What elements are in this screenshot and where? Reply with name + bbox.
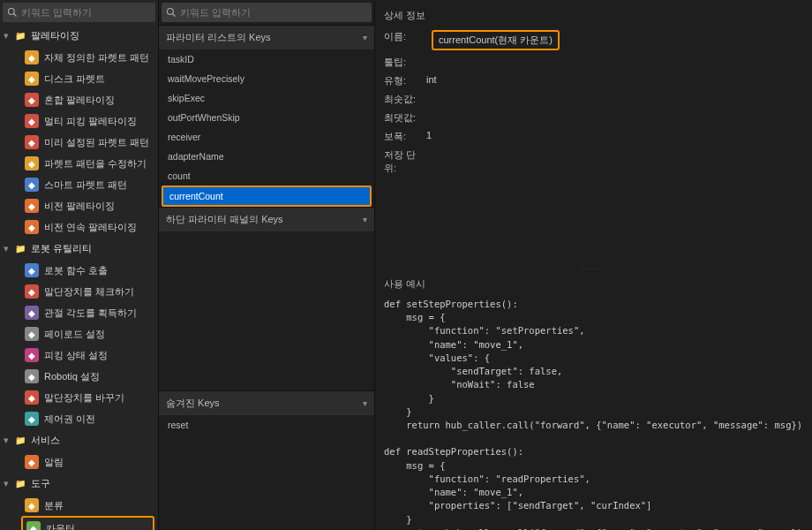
chevron-down-icon: ▾ bbox=[363, 215, 367, 224]
tree-item[interactable]: ◆관절 각도를 획득하기 bbox=[0, 302, 158, 323]
detail-label: 저장 단위: bbox=[384, 148, 426, 175]
item-icon: ◆ bbox=[25, 284, 39, 299]
tree-item[interactable]: ◆비전 팔레타이징 bbox=[0, 195, 158, 216]
tree-item[interactable]: ◆파렛트 패턴을 수정하기 bbox=[0, 153, 158, 174]
item-icon: ◆ bbox=[25, 220, 39, 234]
item-label: 분류 bbox=[44, 499, 64, 512]
key-item[interactable]: outPortWhenSkip bbox=[159, 108, 374, 127]
item-label: 자체 정의한 파렛트 패턴 bbox=[44, 51, 149, 64]
item-label: 말단장치를 바꾸기 bbox=[44, 391, 124, 405]
folder-icon: 📁 bbox=[14, 30, 26, 42]
item-label: 알림 bbox=[44, 456, 64, 469]
tree-item[interactable]: ◆제어권 이전 bbox=[0, 408, 158, 429]
folder-icon: 📁 bbox=[14, 243, 26, 255]
tree-item[interactable]: ◆알림 bbox=[0, 451, 158, 473]
item-label: 스마트 파렛트 패턴 bbox=[44, 178, 127, 192]
tree-item[interactable]: ◆자체 정의한 파렛트 패턴 bbox=[0, 47, 158, 68]
detail-row: 보폭:1 bbox=[375, 127, 812, 146]
search-icon bbox=[166, 7, 177, 18]
tree-item[interactable]: ◆말단장치를 바꾸기 bbox=[0, 387, 158, 408]
item-icon: ◆ bbox=[25, 178, 39, 192]
item-icon: ◆ bbox=[25, 498, 39, 512]
item-label: 카운터 bbox=[46, 522, 75, 531]
chevron-down-icon: ▾ bbox=[4, 30, 12, 42]
group-label: 로봇 유틸리티 bbox=[31, 242, 92, 255]
item-label: Robotiq 설정 bbox=[44, 370, 100, 383]
item-label: 비전 연속 팔레타이징 bbox=[44, 221, 137, 234]
tree-item[interactable]: ◆비전 연속 팔레타이징 bbox=[0, 216, 158, 238]
item-icon: ◆ bbox=[25, 93, 39, 107]
item-icon: ◆ bbox=[25, 369, 39, 383]
tree-item[interactable]: ◆피킹 상태 설정 bbox=[0, 344, 158, 366]
folder-icon: 📁 bbox=[14, 478, 26, 490]
item-icon: ◆ bbox=[25, 327, 39, 341]
key-item[interactable]: adapterName bbox=[159, 147, 374, 166]
key-item[interactable]: waitMovePrecisely bbox=[159, 69, 374, 88]
tree-item[interactable]: ◆말단장치를 체크하기 bbox=[0, 281, 158, 302]
detail-row: 저장 단위: bbox=[375, 146, 812, 178]
detail-label: 이름: bbox=[384, 30, 426, 50]
tree-item[interactable]: ◆멀티 피킹 팔레타이징 bbox=[0, 110, 158, 132]
section-label: 하단 파라미터 패널의 Keys bbox=[166, 213, 283, 226]
tree-item[interactable]: ◆미리 설정된 파렛트 패턴 bbox=[0, 132, 158, 153]
tree-item[interactable]: ◆Robotiq 설정 bbox=[0, 366, 158, 387]
mid-search[interactable] bbox=[162, 3, 372, 22]
chevron-down-icon: ▾ bbox=[363, 33, 367, 42]
key-item[interactable]: currentCount bbox=[162, 186, 372, 207]
key-item[interactable]: count bbox=[159, 166, 374, 186]
key-item[interactable]: reset bbox=[159, 415, 374, 435]
svg-point-2 bbox=[168, 9, 174, 15]
section-hidden-keys[interactable]: 숨겨진 Keys ▾ bbox=[159, 390, 374, 415]
tree-group[interactable]: ▾📁팔레타이징 bbox=[0, 25, 158, 47]
detail-section: 상세 정보 이름:currentCount(현재 카운트)툴팁:유형:int최솟… bbox=[375, 0, 812, 265]
tree-item[interactable]: ◆분류 bbox=[0, 495, 158, 516]
item-label: 비전 팔레타이징 bbox=[44, 200, 115, 213]
left-search[interactable] bbox=[3, 3, 155, 22]
left-search-input[interactable] bbox=[21, 7, 151, 18]
chevron-down-icon: ▾ bbox=[4, 243, 12, 254]
detail-row: 최솟값: bbox=[375, 90, 812, 109]
item-icon: ◆ bbox=[25, 263, 39, 277]
tree-group[interactable]: ▾📁로봇 유틸리티 bbox=[0, 238, 158, 260]
detail-row: 툴팁: bbox=[375, 53, 812, 72]
item-icon: ◆ bbox=[25, 348, 39, 362]
tree-item[interactable]: ◆로봇 함수 호출 bbox=[0, 260, 158, 281]
item-label: 관절 각도를 획득하기 bbox=[44, 307, 137, 320]
tree-item[interactable]: ◆카운터 bbox=[21, 516, 154, 530]
svg-line-3 bbox=[173, 14, 176, 17]
item-icon: ◆ bbox=[25, 455, 39, 469]
item-icon: ◆ bbox=[25, 412, 39, 426]
key-item[interactable]: skipExec bbox=[159, 88, 374, 108]
chevron-down-icon: ▾ bbox=[4, 435, 12, 446]
item-icon: ◆ bbox=[25, 135, 39, 149]
chevron-down-icon: ▾ bbox=[363, 398, 367, 408]
item-label: 피킹 상태 설정 bbox=[44, 349, 108, 362]
tree-item[interactable]: ◆스마트 파렛트 패턴 bbox=[0, 174, 158, 195]
section-bottom-keys[interactable]: 하단 파라미터 패널의 Keys ▾ bbox=[159, 207, 374, 231]
key-item[interactable]: taskID bbox=[159, 49, 374, 69]
nav-tree: ▾📁팔레타이징◆자체 정의한 파렛트 패턴◆디스크 파렛트◆혼합 팔레타이징◆멀… bbox=[0, 25, 158, 530]
key-item[interactable]: receiver bbox=[159, 127, 374, 147]
tree-group[interactable]: ▾📁도구 bbox=[0, 473, 158, 495]
item-label: 미리 설정된 파렛트 패턴 bbox=[44, 136, 149, 149]
tree-item[interactable]: ◆혼합 팔레타이징 bbox=[0, 89, 158, 110]
tree-group[interactable]: ▾📁서비스 bbox=[0, 429, 158, 451]
tree-item[interactable]: ◆페이로드 설정 bbox=[0, 323, 158, 344]
detail-label: 최솟값: bbox=[384, 93, 426, 106]
detail-row: 최댓값: bbox=[375, 109, 812, 127]
item-icon: ◆ bbox=[25, 306, 39, 320]
group-label: 팔레타이징 bbox=[31, 29, 79, 42]
resize-handle[interactable]: ······ bbox=[375, 265, 812, 274]
tree-item[interactable]: ◆디스크 파렛트 bbox=[0, 68, 158, 89]
detail-label: 보폭: bbox=[384, 130, 426, 143]
item-label: 제어권 이전 bbox=[44, 413, 95, 426]
section-param-keys[interactable]: 파라미터 리스트의 Keys ▾ bbox=[159, 25, 374, 49]
chevron-down-icon: ▾ bbox=[4, 478, 12, 489]
mid-search-input[interactable] bbox=[180, 7, 367, 18]
item-label: 말단장치를 체크하기 bbox=[44, 285, 134, 299]
detail-row: 유형:int bbox=[375, 72, 812, 90]
item-label: 페이로드 설정 bbox=[44, 328, 105, 341]
mid-panel: 파라미터 리스트의 Keys ▾ taskIDwaitMovePrecisely… bbox=[159, 0, 375, 530]
group-label: 도구 bbox=[31, 477, 50, 490]
group-label: 서비스 bbox=[31, 434, 60, 447]
